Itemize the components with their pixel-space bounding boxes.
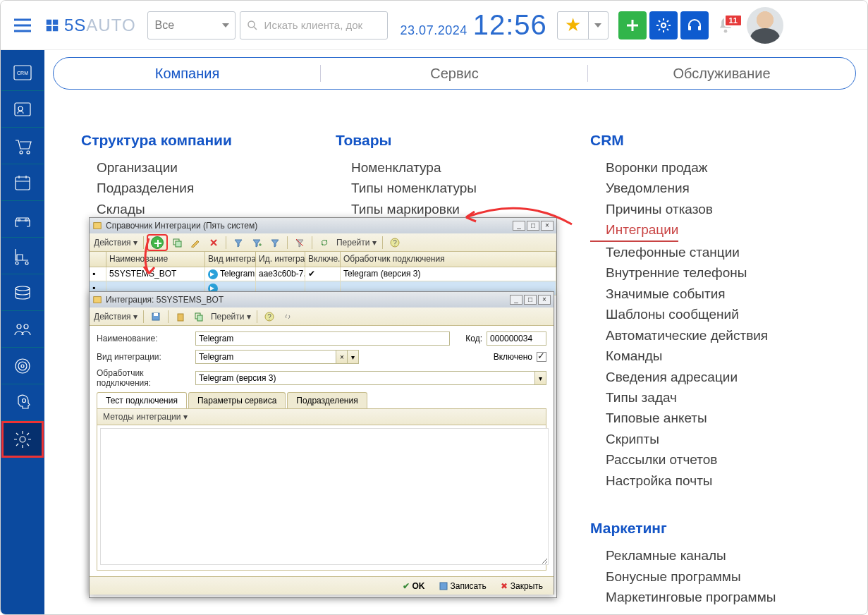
link-msg-templates[interactable]: Шаблоны сообщений [590, 304, 828, 324]
dlg2-paste-icon[interactable] [173, 310, 188, 324]
link-nom-types[interactable]: Типы номенклатуры [336, 178, 573, 198]
support-header-button[interactable] [680, 11, 709, 39]
dlg1-row-1[interactable]: ▪ 5SYSTEMS_BOT Telegram aae3c60b-7... ✔ … [90, 267, 556, 281]
checkbox-enabled[interactable] [537, 352, 546, 362]
link-marketing-programs[interactable]: Маркетинговые программы [590, 587, 828, 607]
input-name[interactable] [195, 331, 450, 346]
notifications-button[interactable]: 11 [711, 16, 740, 35]
col-marker[interactable] [90, 252, 106, 267]
dlg2-goto-menu[interactable]: Перейти ▾ [209, 312, 252, 322]
link-auto-actions[interactable]: Автоматические действия [590, 325, 828, 346]
dlg1-filter2[interactable] [249, 236, 264, 250]
link-integrations[interactable]: Интеграции [590, 219, 678, 241]
input-type[interactable] [195, 350, 336, 364]
dlg1-close[interactable]: × [541, 221, 554, 231]
dlg1-add-button[interactable] [148, 236, 166, 250]
user-avatar[interactable] [747, 7, 783, 44]
link-funnels[interactable]: Воронки продаж [590, 157, 828, 178]
settings-header-button[interactable] [649, 11, 678, 39]
col-type[interactable]: Вид интегра... [205, 252, 256, 267]
dlg2-close[interactable]: × [538, 295, 551, 305]
link-surveys[interactable]: Типовые анкеты [590, 408, 828, 428]
dlg2-save-icon[interactable] [148, 310, 164, 324]
input-handler[interactable] [195, 371, 535, 385]
tab-company[interactable]: Компания [54, 58, 321, 89]
dlg2-actions-menu[interactable]: Действия ▾ [92, 312, 139, 322]
top-header: 5SAUTO Все Искать клиента, док 23.07.202… [1, 1, 867, 50]
favorite-star-button[interactable]: ★ [558, 14, 588, 36]
link-mail-setup[interactable]: Настройка почты [590, 470, 828, 491]
dlg1-goto-menu[interactable]: Перейти ▾ [335, 238, 378, 248]
dlg1-actions-menu[interactable]: Действия ▾ [92, 238, 139, 248]
tab-params[interactable]: Параметры сервиса [188, 392, 286, 408]
dlg1-filter-off[interactable] [292, 236, 307, 250]
dlg1-filter1[interactable] [231, 236, 246, 250]
col-handler[interactable]: Обработчик подключения [341, 252, 556, 267]
dlg1-help[interactable]: ? [387, 236, 403, 250]
dlg1-edit-button[interactable] [188, 236, 203, 250]
sidebar-contacts[interactable] [1, 91, 44, 128]
handler-dropdown[interactable]: ▾ [535, 371, 546, 385]
dlg1-minimize[interactable]: _ [513, 221, 525, 231]
tab-maintenance[interactable]: Обслуживание [588, 58, 855, 89]
tab-divisions[interactable]: Подразделения [287, 392, 367, 408]
link-addressing[interactable]: Сведения адресации [590, 367, 828, 387]
type-dropdown[interactable]: ▾ [348, 350, 359, 364]
link-notifications[interactable]: Уведомления [590, 178, 828, 198]
sidebar-settings[interactable] [1, 421, 44, 458]
btn-save[interactable]: Записать [434, 579, 491, 593]
sidebar-crm[interactable]: CRM [1, 54, 44, 91]
link-report-mailings[interactable]: Рассылки отчетов [590, 449, 828, 470]
sidebar-finance[interactable] [1, 274, 44, 311]
dlg2-minimize[interactable]: _ [510, 295, 522, 305]
col-id[interactable]: Ид. интегра... [256, 252, 305, 267]
dlg1-titlebar[interactable]: Справочник Интеграции (Пять систем) _ □ … [90, 218, 556, 233]
col-enabled[interactable]: Включе... [305, 252, 341, 267]
input-code[interactable] [487, 331, 546, 346]
sidebar-targets[interactable] [1, 348, 44, 384]
link-warehouses[interactable]: Склады [81, 199, 319, 219]
btn-close[interactable]: ✖Закрыть [496, 579, 548, 593]
link-ad-channels[interactable]: Рекламные каналы [590, 545, 828, 566]
dlg1-filter3[interactable] [267, 236, 283, 250]
link-bonus[interactable]: Бонусные программы [590, 566, 828, 587]
sidebar-vehicle[interactable] [1, 201, 44, 238]
sidebar-warehouse[interactable] [1, 238, 44, 274]
filter-dropdown[interactable]: Все [147, 11, 236, 39]
link-teams[interactable]: Команды [590, 346, 828, 366]
dlg2-link[interactable] [280, 310, 295, 324]
sidebar-staff[interactable] [1, 311, 44, 348]
link-refuse-reasons[interactable]: Причины отказов [590, 199, 828, 219]
add-button[interactable] [618, 11, 647, 39]
dlg1-copy-button[interactable] [169, 236, 185, 250]
sidebar-cart[interactable] [1, 128, 44, 164]
dlg2-maximize[interactable]: □ [524, 295, 537, 305]
link-task-types[interactable]: Типы задач [590, 387, 828, 408]
link-scripts[interactable]: Скрипты [590, 429, 828, 449]
link-events[interactable]: Значимые события [590, 284, 828, 304]
hamburger-menu[interactable] [1, 14, 44, 37]
btn-ok[interactable]: ✔OK [398, 579, 430, 593]
tab-service[interactable]: Сервис [321, 58, 588, 89]
link-mark-types[interactable]: Типы маркировки [336, 199, 573, 219]
link-nomenclature[interactable]: Номенклатура [336, 157, 573, 178]
link-pbx[interactable]: Телефонные станции [590, 242, 828, 262]
sidebar-ai[interactable] [1, 384, 44, 421]
tab-test[interactable]: Тест подключения [97, 392, 187, 408]
sidebar-calendar[interactable] [1, 164, 44, 201]
dlg2-help[interactable]: ? [262, 310, 277, 324]
dlg1-maximize[interactable]: □ [527, 221, 539, 231]
type-clear[interactable]: × [336, 350, 348, 364]
favorite-dropdown[interactable] [588, 12, 608, 39]
dlg2-titlebar[interactable]: Интеграция: 5SYSTEMS_BOT _ □ × [90, 292, 554, 308]
test-output[interactable] [100, 428, 549, 565]
dlg1-refresh[interactable] [317, 236, 332, 250]
dlg2-copy-icon[interactable] [191, 310, 207, 324]
link-internal-phones[interactable]: Внутренние телефоны [590, 262, 828, 283]
link-divisions[interactable]: Подразделения [81, 178, 319, 198]
search-input[interactable]: Искать клиента, док [240, 11, 388, 39]
link-orgs[interactable]: Организации [81, 157, 319, 178]
dlg1-delete-button[interactable] [206, 236, 221, 250]
col-name[interactable]: Наименование [106, 252, 205, 267]
integration-methods-menu[interactable]: Методы интеграции ▾ [97, 409, 546, 425]
